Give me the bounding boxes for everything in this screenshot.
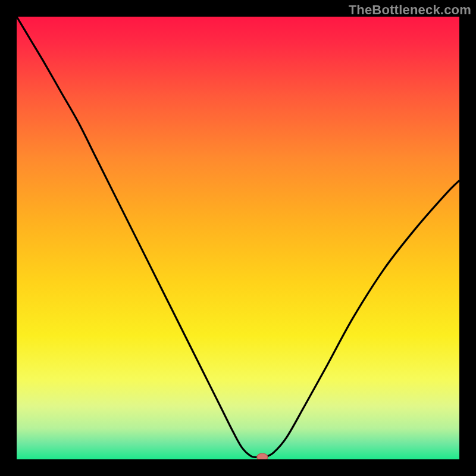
plot-area	[17, 17, 459, 459]
optimum-marker	[257, 453, 268, 459]
plot-svg	[17, 17, 459, 459]
attribution-label: TheBottleneck.com	[349, 2, 471, 18]
chart-frame: TheBottleneck.com	[0, 0, 476, 476]
gradient-background	[17, 17, 459, 459]
